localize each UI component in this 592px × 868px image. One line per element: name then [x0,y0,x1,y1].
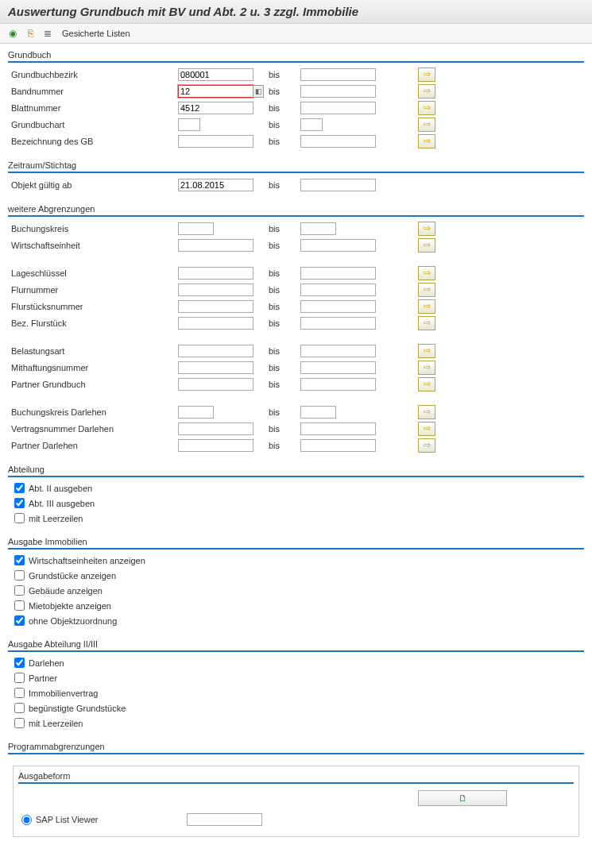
multi-selection-button[interactable]: ⇨ [418,266,435,280]
partner-darlehen-from-input[interactable] [178,439,253,452]
list-icon[interactable]: ≣ [41,27,54,40]
multi-selection-button[interactable]: ⇨ [418,101,435,115]
objekt-gueltig-ab-from-input[interactable] [178,179,253,191]
multi-selection-button[interactable]: ⇨ [418,238,435,253]
bez-flurstueck-from-input[interactable] [178,317,253,330]
lageschluessel-to-input[interactable] [300,267,376,280]
section-title: Grundbuch [8,50,584,63]
partner-label: Partner [29,673,57,683]
bez-flurstueck-to-input[interactable] [300,317,376,330]
bandnummer-from-input[interactable] [178,85,253,98]
bis-label: bis [265,120,300,129]
multi-selection-button[interactable]: ⇨ [418,377,435,392]
abt3-checkbox[interactable] [14,498,25,508]
abt2-checkbox[interactable] [14,483,25,493]
grundbuchart-to-input[interactable] [300,118,323,131]
objekt-gueltig-ab-to-input[interactable] [300,179,376,191]
multi-selection-button[interactable]: ⇨ [418,283,435,297]
label-flurnummer: Flurnummer [8,285,178,295]
bis-label: bis [265,363,300,372]
lageschluessel-from-input[interactable] [178,267,253,280]
multi-selection-button[interactable]: ⇨ [418,68,435,82]
buchungskreis-from-input[interactable] [178,222,214,235]
bandnummer-to-input[interactable] [300,85,376,98]
belastungsart-to-input[interactable] [300,345,376,357]
label-grundbuchbezirk: Grundbuchbezirk [8,70,178,79]
sap-list-viewer-radio[interactable] [21,815,32,825]
bis-label: bis [265,285,300,295]
layout-button[interactable]: 🗋 [418,790,507,806]
section-abgrenzungen: weitere Abgrenzungen Buchungskreis bis ⇨… [8,204,584,458]
leerzeilen-checkbox[interactable] [14,513,25,523]
gebaeude-checkbox[interactable] [14,585,25,596]
partner-darlehen-to-input[interactable] [300,439,376,452]
label-partner-grundbuch: Partner Grundbuch [8,380,178,389]
mietobjekte-checkbox[interactable] [14,600,25,611]
leerzeilen2-label: mit Leerzeilen [29,719,83,728]
belastungsart-from-input[interactable] [178,345,253,357]
section-title: Programmabgrenzungen [8,742,584,754]
grundbuchbezirk-to-input[interactable] [300,68,376,81]
bis-label: bis [265,441,300,450]
buchungskreis-to-input[interactable] [300,222,336,235]
flurnummer-to-input[interactable] [300,284,376,296]
variant-icon[interactable]: ⎘ [24,27,37,40]
we-anzeigen-checkbox[interactable] [14,555,25,565]
mithaftungsnummer-from-input[interactable] [178,361,253,374]
bis-label: bis [265,70,300,79]
section-grundbuch: Grundbuch Grundbuchbezirk bis ⇨ Bandnumm… [8,50,584,154]
multi-selection-button[interactable]: ⇨ [418,222,435,236]
value-help-icon[interactable]: ◧ [253,85,264,98]
blattnummer-from-input[interactable] [178,102,253,114]
multi-selection-button[interactable]: ⇨ [418,118,435,132]
flurnummer-from-input[interactable] [178,284,253,296]
mietobjekte-label: Mietobjekte anzeigen [29,601,111,611]
section-ausgabe-abteilung: Ausgabe Abteilung II/III Darlehen Partne… [8,639,584,735]
grundbuchbezirk-from-input[interactable] [178,68,253,81]
partner-checkbox[interactable] [14,673,25,683]
immobilienvertrag-checkbox[interactable] [14,688,25,698]
multi-selection-button[interactable]: ⇨ [418,84,435,98]
darlehen-checkbox[interactable] [14,658,25,668]
multi-selection-button[interactable]: ⇨ [418,134,435,149]
bezeichnung-gb-to-input[interactable] [300,135,376,148]
sap-list-viewer-input[interactable] [187,813,262,826]
execute-icon[interactable]: ◉ [6,27,19,40]
grundbuchart-from-input[interactable] [178,118,200,131]
wirtschaftseinheit-to-input[interactable] [300,239,376,252]
buchungskreis-darlehen-from-input[interactable] [178,406,214,419]
multi-selection-button[interactable]: ⇨ [418,405,435,419]
multi-selection-button[interactable]: ⇨ [418,344,435,358]
darlehen-label: Darlehen [29,658,64,668]
mithaftungsnummer-to-input[interactable] [300,361,376,374]
grundstuecke-checkbox[interactable] [14,570,25,581]
multi-selection-button[interactable]: ⇨ [418,316,435,330]
multi-selection-button[interactable]: ⇨ [418,422,435,436]
blattnummer-to-input[interactable] [300,102,376,114]
beguenstigte-grundstuecke-checkbox[interactable] [14,703,25,713]
vertragsnummer-darlehen-from-input[interactable] [178,422,253,435]
label-bez-flurstueck: Bez. Flurstück [8,318,178,328]
flurstuecksnummer-to-input[interactable] [300,300,376,313]
wirtschaftseinheit-from-input[interactable] [178,239,253,252]
section-title: Zeitraum/Stichtag [8,160,584,173]
bis-label: bis [265,103,300,113]
multi-selection-button[interactable]: ⇨ [418,299,435,314]
bezeichnung-gb-from-input[interactable] [178,135,253,148]
bis-label: bis [265,137,300,146]
vertragsnummer-darlehen-to-input[interactable] [300,422,376,435]
abt2-label: Abt. II ausgeben [29,484,92,493]
buchungskreis-darlehen-to-input[interactable] [300,406,336,419]
multi-selection-button[interactable]: ⇨ [418,438,435,453]
leerzeilen-label: mit Leerzeilen [29,514,83,523]
flurstuecksnummer-from-input[interactable] [178,300,253,313]
leerzeilen2-checkbox[interactable] [14,718,25,728]
ohne-objektzuordnung-checkbox[interactable] [14,615,25,626]
partner-grundbuch-to-input[interactable] [300,378,376,391]
ausgabeform-title: Ausgabeform [18,771,574,784]
abt3-label: Abt. III ausgeben [29,499,95,508]
multi-selection-button[interactable]: ⇨ [418,361,435,375]
saved-lists-label[interactable]: Gesicherte Listen [62,29,130,38]
partner-grundbuch-from-input[interactable] [178,378,253,391]
label-bezeichnung-gb: Bezeichnung des GB [8,137,178,146]
